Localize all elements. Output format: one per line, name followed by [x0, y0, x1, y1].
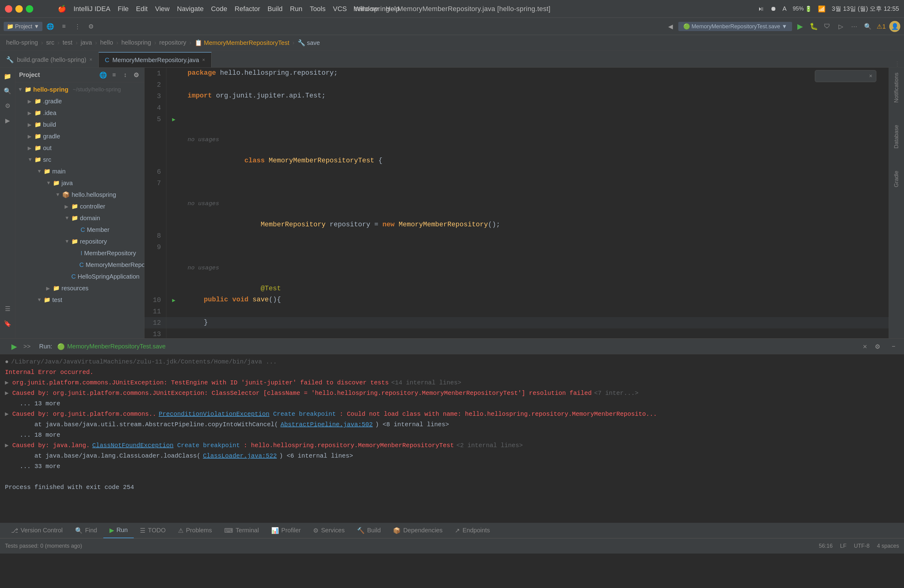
code-view[interactable]: × 1 package hello.hellospring.repository…	[144, 68, 889, 338]
tree-item-java[interactable]: ▼ 📁 java	[15, 177, 144, 189]
tab-dependencies[interactable]: 📦 Dependencies	[387, 523, 449, 538]
run-play-btn[interactable]: ▶	[9, 341, 20, 352]
status-indent[interactable]: 4 spaces	[877, 543, 899, 549]
run-minimize-btn[interactable]: −	[888, 341, 899, 352]
breakpoint-link-1[interactable]: Create breakpoint	[273, 409, 336, 419]
tab-version-control[interactable]: ⎇ Version Control	[5, 523, 69, 538]
profile-btn[interactable]: ▷	[835, 21, 846, 32]
left-icon-structure[interactable]: ☰	[2, 303, 14, 315]
menu-run[interactable]: Run	[290, 5, 302, 13]
mac-minimize-button[interactable]	[15, 5, 23, 13]
run-settings-btn[interactable]: ⚙	[872, 341, 883, 352]
line-content[interactable]: package hello.hellospring.repository;	[182, 68, 889, 79]
tab-build[interactable]: 🔨 Build	[351, 523, 387, 538]
menu-refactor[interactable]: Refactor	[235, 5, 260, 13]
status-lf[interactable]: LF	[840, 543, 847, 549]
tree-item-repository[interactable]: ▼ 📁 repository	[15, 236, 144, 247]
database-label[interactable]: Database	[892, 122, 901, 151]
sidebar-btn-1[interactable]: 🌐	[99, 71, 107, 79]
project-dropdown[interactable]: 📁 Project ▼	[4, 22, 43, 31]
tab-profiler[interactable]: 📊 Profiler	[265, 523, 307, 538]
left-icon-settings[interactable]: ⚙	[2, 100, 14, 112]
tree-item-member[interactable]: ▶ C Member	[15, 224, 144, 236]
breadcrumb-item-8[interactable]: 🔧 save	[298, 39, 320, 46]
tree-item-src[interactable]: ▼ 📁 src	[15, 154, 144, 166]
toolbar-btn-2[interactable]: ≡	[58, 21, 70, 32]
tree-item-build[interactable]: ▶ 📁 build	[15, 119, 144, 130]
notification-close[interactable]: ×	[869, 73, 872, 79]
mac-window-controls[interactable]	[5, 5, 33, 13]
tree-item-package[interactable]: ▼ 📦 hello.hellospring	[15, 189, 144, 201]
left-icon-project[interactable]: 📁	[2, 70, 14, 82]
tree-item-main[interactable]: ▼ 📁 main	[15, 166, 144, 177]
menu-navigate[interactable]: Navigate	[177, 5, 204, 13]
tree-item-gradle-hidden[interactable]: ▶ 📁 .gradle	[15, 95, 144, 107]
menu-edit[interactable]: Edit	[136, 5, 148, 13]
tab-todo[interactable]: ☰ TODO	[134, 523, 172, 538]
menu-intellij[interactable]: IntelliJ IDEA	[73, 5, 111, 13]
breadcrumb-item-4[interactable]: hello	[100, 39, 113, 46]
mac-apple-menu[interactable]: 🍎	[58, 5, 66, 13]
mac-maximize-button[interactable]	[26, 5, 33, 13]
status-position[interactable]: 56:16	[819, 543, 833, 549]
tab-memory-close[interactable]: ×	[202, 57, 205, 63]
tab-build-gradle-close[interactable]: ×	[90, 57, 92, 62]
tree-item-member-repo[interactable]: ▶ I MemberRepository	[15, 247, 144, 259]
toolbar-btn-1[interactable]: 🌐	[45, 21, 56, 32]
tree-item-root[interactable]: ▼ 📁 hello-spring ~/study/hello-spring	[15, 84, 144, 95]
debug-btn[interactable]: 🐛	[808, 21, 819, 32]
tree-item-idea[interactable]: ▶ 📁 .idea	[15, 107, 144, 119]
toolbar-btn-4[interactable]: ⚙	[85, 21, 96, 32]
run-btn[interactable]: ▶	[795, 21, 806, 32]
precondition-link[interactable]: PreconditionViolationException	[159, 409, 269, 419]
left-icon-run[interactable]: ▶	[2, 114, 14, 127]
tab-services[interactable]: ⚙ Services	[307, 523, 351, 538]
tree-item-resources[interactable]: ▶ 📁 resources	[15, 282, 144, 294]
tab-find[interactable]: 🔍 Find	[69, 523, 103, 538]
classnotfound-link[interactable]: ClassNotFoundException	[92, 441, 174, 450]
run-config-dropdown[interactable]: 🟢 MemoryMenberRepositoryTest.save ▼	[678, 22, 792, 31]
toolbar-btn-3[interactable]: ⋮	[72, 21, 83, 32]
toolbar-search[interactable]: 🔍	[862, 21, 873, 32]
run-close-btn[interactable]: ×	[863, 342, 867, 351]
breadcrumb-item-0[interactable]: hello-spring	[6, 39, 38, 46]
tab-endpoints[interactable]: ↗ Endpoints	[449, 523, 496, 538]
sidebar-btn-4[interactable]: ⚙	[132, 71, 141, 79]
tab-terminal[interactable]: ⌨ Terminal	[218, 523, 265, 538]
breadcrumb-item-6[interactable]: repository	[159, 39, 186, 46]
notifications-label[interactable]: Notifications	[892, 70, 901, 105]
tree-item-controller[interactable]: ▶ 📁 controller	[15, 201, 144, 212]
tree-item-memory-member-repo[interactable]: ▶ C MemoryMemberRepository	[15, 259, 144, 270]
expand-icon-3[interactable]: ▶	[5, 409, 9, 419]
abstract-pipeline-link[interactable]: AbstractPipeline.java:502	[280, 420, 373, 429]
run-marker-10[interactable]: ▶	[172, 296, 175, 305]
breadcrumb-item-2[interactable]: test	[62, 39, 72, 46]
expand-icon-4[interactable]: ▶	[5, 441, 9, 450]
run-marker-5[interactable]: ▶	[172, 115, 175, 124]
toolbar-navigate-back[interactable]: ◀	[665, 21, 676, 32]
breadcrumb-item-7[interactable]: 📋 MemoryMemberRepositoryTest	[194, 39, 289, 46]
expand-icon-2[interactable]: ▶	[5, 389, 9, 398]
breadcrumb-item-5[interactable]: hellospring	[122, 39, 151, 46]
tab-memory-member-repo[interactable]: C MemoryMemberRepository.java ×	[99, 52, 212, 67]
sidebar-btn-3[interactable]: ↕	[121, 71, 130, 79]
menu-view[interactable]: View	[155, 5, 169, 13]
menu-build[interactable]: Build	[267, 5, 283, 13]
toolbar-avatar[interactable]: 👤	[889, 21, 900, 32]
classloader-link[interactable]: ClassLoader.java:522	[203, 452, 277, 461]
tab-run[interactable]: ▶ Run	[103, 523, 134, 538]
tree-item-out[interactable]: ▶ 📁 out	[15, 142, 144, 154]
tab-build-gradle[interactable]: 🔧 build.gradle (hello-spring) ×	[0, 52, 99, 67]
more-run-btn[interactable]: ⋯	[849, 21, 860, 32]
tree-item-app[interactable]: ▶ C HelloSpringApplication	[15, 270, 144, 282]
tree-item-test[interactable]: ▼ 📁 test	[15, 294, 144, 306]
menu-code[interactable]: Code	[211, 5, 227, 13]
menu-tools[interactable]: Tools	[310, 5, 325, 13]
left-icon-find[interactable]: 🔍	[2, 85, 14, 97]
breadcrumb-item-3[interactable]: java	[81, 39, 92, 46]
menu-file[interactable]: File	[118, 5, 128, 13]
tree-item-gradle[interactable]: ▶ 📁 gradle	[15, 130, 144, 142]
sidebar-btn-2[interactable]: ≡	[110, 71, 119, 79]
status-encoding[interactable]: UTF-8	[854, 543, 869, 549]
mac-close-button[interactable]	[5, 5, 12, 13]
